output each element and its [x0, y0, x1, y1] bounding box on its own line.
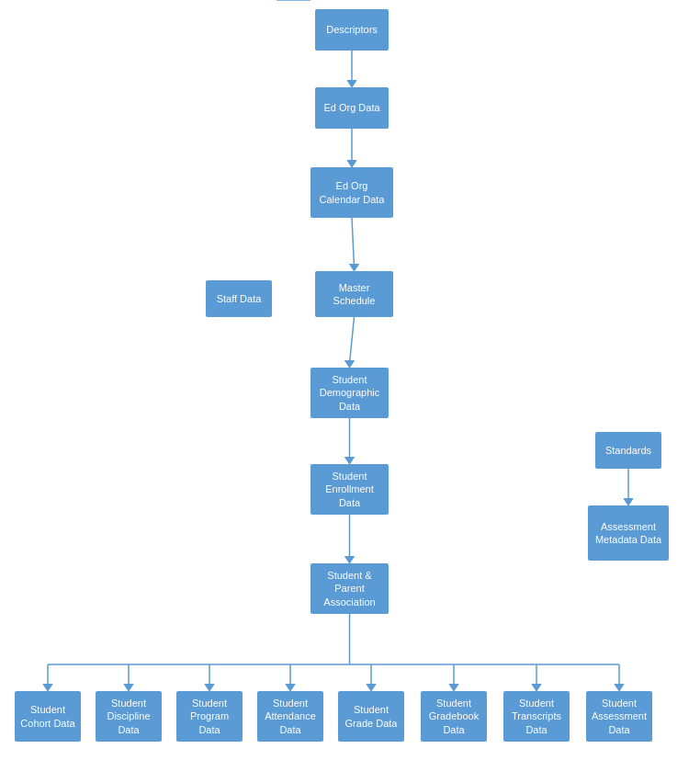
- node-studentEnrollment: Student Enrollment Data: [310, 464, 389, 515]
- svg-marker-31: [532, 685, 541, 692]
- node-studentTranscripts: Student Transcripts Data: [503, 691, 570, 742]
- svg-marker-25: [286, 685, 295, 692]
- node-staffData: Staff Data: [206, 280, 272, 317]
- svg-marker-9: [345, 361, 355, 369]
- node-assessmentMetadata: Assessment Metadata Data: [588, 505, 669, 561]
- node-descriptors: Descriptors: [315, 9, 389, 51]
- svg-marker-21: [124, 685, 133, 692]
- node-standards: Standards: [595, 432, 661, 469]
- svg-marker-1: [347, 81, 356, 88]
- node-studentCohort: Student Cohort Data: [15, 691, 81, 742]
- node-studentGradebook: Student Gradebook Data: [421, 691, 487, 742]
- node-studentDemographic: Student Demographic Data: [310, 368, 389, 418]
- node-studentGrade: Student Grade Data: [338, 691, 404, 742]
- svg-line-8: [350, 317, 355, 363]
- node-edOrgCalendar: Ed Org Calendar Data: [310, 167, 393, 218]
- diagram: DescriptorsEd Org DataEd Org Calendar Da…: [0, 0, 700, 783]
- node-studentParent: Student & Parent Association: [310, 563, 389, 614]
- node-studentDiscipline: Student Discipline Data: [96, 691, 162, 742]
- svg-marker-27: [367, 685, 376, 692]
- svg-line-4: [352, 218, 355, 267]
- svg-marker-33: [615, 685, 624, 692]
- node-studentAttendance: Student Attendance Data: [257, 691, 323, 742]
- node-edOrgData: Ed Org Data: [315, 87, 389, 129]
- svg-marker-15: [624, 499, 633, 506]
- svg-marker-19: [43, 685, 52, 692]
- node-studentAssessment: Student Assessment Data: [586, 691, 652, 742]
- node-masterSchedule: Master Schedule: [315, 271, 393, 317]
- svg-marker-3: [347, 161, 356, 168]
- svg-marker-29: [449, 685, 458, 692]
- svg-marker-5: [350, 265, 359, 272]
- svg-marker-23: [205, 685, 214, 692]
- node-studentProgram: Student Program Data: [176, 691, 243, 742]
- svg-marker-11: [345, 458, 355, 465]
- svg-marker-13: [345, 557, 355, 564]
